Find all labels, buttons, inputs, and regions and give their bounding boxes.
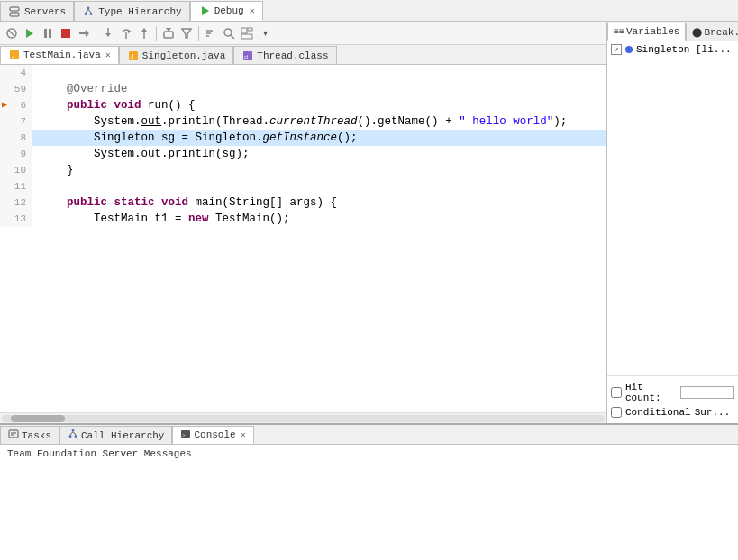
skip-breakpoints-btn[interactable] — [4, 25, 20, 41]
conditional-row: Conditional Sur... — [611, 405, 734, 420]
arrow-6: ▶ — [2, 97, 7, 113]
code-text-10: } — [32, 162, 74, 178]
svg-marker-19 — [128, 30, 132, 33]
right-tab-bar: ≡≡ Variables ⬤ Break... — [607, 22, 738, 41]
tab-servers[interactable]: Servers — [0, 1, 74, 21]
code-line-7: 7 System.out.println(Thread.currentThrea… — [0, 113, 606, 130]
line-num-7: 7 — [0, 113, 32, 130]
debug-icon — [198, 5, 211, 17]
editor-tab-testmain-close[interactable]: ✕ — [105, 50, 111, 60]
stop-btn[interactable] — [58, 25, 74, 41]
drop-to-frame-btn[interactable] — [160, 25, 177, 41]
editor-tab-thread[interactable]: cl Thread.class — [233, 46, 336, 64]
line-num-10: 10 — [0, 162, 32, 178]
use-step-filters-btn[interactable] — [178, 25, 195, 41]
breakpoints-icon: ⬤ — [692, 27, 702, 38]
sep3 — [198, 26, 199, 41]
svg-rect-23 — [164, 32, 173, 38]
tab-console[interactable]: >_ Console ✕ — [172, 426, 253, 444]
variables-icon: ≡≡ — [614, 27, 624, 37]
code-lines: 4 59 @Override ▶ 6 public void run() { — [0, 65, 606, 412]
hit-count-checkbox[interactable] — [611, 387, 622, 398]
resume-btn[interactable] — [22, 25, 38, 41]
h-scrollbar-track[interactable] — [2, 415, 605, 422]
code-line-11: 11 — [0, 178, 606, 194]
line-num-12: 12 — [0, 194, 32, 211]
step-into-btn[interactable] — [100, 25, 116, 41]
breakpoint-options: Hit count: Conditional Sur... — [607, 375, 738, 423]
tab-console-close[interactable]: ✕ — [241, 429, 246, 440]
edit-lookup-btn[interactable] — [221, 25, 237, 41]
code-text-4 — [32, 65, 40, 81]
variables-content: Singleton [li... — [607, 41, 738, 375]
tab-servers-label: Servers — [24, 6, 66, 17]
code-line-4: 4 — [0, 65, 606, 81]
var-checkbox[interactable] — [611, 44, 622, 55]
h-scrollbar[interactable] — [0, 412, 606, 423]
editor-tab-testmain[interactable]: J TestMain.java ✕ — [0, 46, 119, 64]
tab-variables[interactable]: ≡≡ Variables — [607, 23, 686, 41]
svg-rect-11 — [44, 29, 47, 38]
svg-line-3 — [86, 9, 88, 13]
code-text-6: public void run() { — [32, 97, 196, 113]
editor-tab-bar: J TestMain.java ✕ J Singleton.java cl Th… — [0, 45, 606, 65]
svg-marker-22 — [141, 28, 147, 32]
svg-line-44 — [70, 432, 73, 436]
h-scrollbar-thumb[interactable] — [11, 415, 65, 422]
tab-tasks[interactable]: Tasks — [0, 426, 59, 444]
step-into-selection-btn[interactable] — [203, 25, 219, 41]
tab-debug-close[interactable]: ✕ — [250, 5, 255, 16]
svg-rect-40 — [9, 430, 18, 438]
step-return-btn[interactable] — [136, 25, 152, 41]
code-text-11 — [32, 178, 40, 194]
tab-console-label: Console — [194, 429, 235, 440]
svg-rect-31 — [241, 28, 247, 33]
svg-text:J: J — [131, 53, 134, 59]
tab-breakpoints[interactable]: ⬤ Break... — [686, 23, 738, 41]
svg-text:J: J — [12, 52, 15, 59]
line-num-59: 59 — [0, 81, 32, 97]
tab-call-hierarchy[interactable]: Call Hierarchy — [59, 426, 172, 444]
tab-type-hierarchy-label: Type Hierarchy — [98, 6, 181, 17]
code-editor[interactable]: 4 59 @Override ▶ 6 public void run() { — [0, 65, 606, 412]
editor-tab-thread-label: Thread.class — [257, 50, 328, 61]
tab-tasks-label: Tasks — [22, 430, 51, 441]
svg-text:cl: cl — [244, 54, 248, 59]
code-text-13: TestMain t1 = new TestMain(); — [32, 211, 290, 227]
svg-rect-0 — [10, 7, 19, 11]
tab-type-hierarchy[interactable]: Type Hierarchy — [74, 1, 189, 21]
svg-marker-10 — [26, 29, 33, 38]
var-dot — [625, 46, 633, 53]
tab-debug-label: Debug — [214, 5, 244, 16]
code-line-10: 10 } — [0, 162, 606, 178]
server-icon — [8, 5, 21, 18]
disconnect-btn[interactable] — [76, 25, 92, 41]
more-btn[interactable]: ▾ — [257, 25, 273, 41]
svg-point-29 — [224, 29, 232, 36]
line-num-11: 11 — [0, 178, 32, 194]
hit-count-input[interactable] — [680, 386, 734, 399]
svg-point-5 — [85, 13, 87, 15]
editor-tab-singleton[interactable]: J Singleton.java — [119, 46, 233, 64]
class-file-icon: cl — [241, 50, 254, 62]
suspend-btn[interactable] — [40, 25, 56, 41]
editor-tab-testmain-label: TestMain.java — [23, 50, 101, 60]
svg-rect-13 — [61, 29, 70, 38]
code-line-12: 12 public static void main(String[] args… — [0, 194, 606, 211]
tab-debug[interactable]: Debug ✕ — [190, 1, 263, 21]
java-file-icon-2: J — [127, 50, 140, 62]
code-text-9: System.out.println(sg); — [32, 146, 250, 162]
conditional-label: Conditional — [625, 407, 691, 418]
svg-rect-33 — [241, 34, 252, 39]
svg-line-4 — [88, 9, 91, 13]
bottom-tab-bar: Tasks Call Hierarchy >_ Console ✕ — [0, 425, 738, 445]
svg-rect-1 — [10, 13, 19, 16]
step-over-btn[interactable] — [118, 25, 134, 41]
code-line-13: 13 TestMain t1 = new TestMain(); — [0, 211, 606, 227]
svg-point-46 — [69, 435, 72, 438]
code-panel: ▾ J TestMain.java ✕ J Singleton.java cl — [0, 22, 607, 423]
conditional-checkbox[interactable] — [611, 407, 622, 418]
open-debug-perspective-btn[interactable] — [239, 25, 255, 41]
right-panel: ≡≡ Variables ⬤ Break... Singleton [li...… — [607, 22, 738, 423]
code-text-8: Singleton sg = Singleton.getInstance(); — [32, 130, 358, 146]
